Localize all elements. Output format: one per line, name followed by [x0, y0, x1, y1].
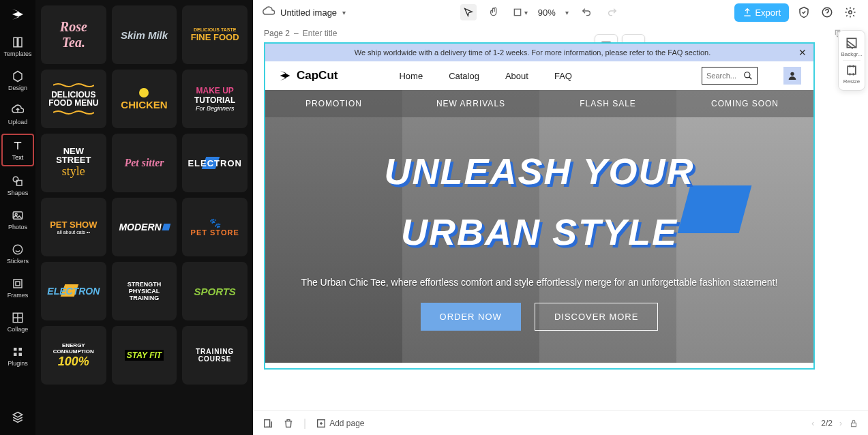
tab-coming-soon[interactable]: COMING SOON: [676, 90, 813, 117]
svg-point-26: [790, 72, 794, 76]
nav-label: Collage: [8, 326, 29, 333]
nav-stickers[interactable]: Stickers: [1, 239, 34, 269]
app-logo[interactable]: [8, 4, 28, 25]
hero-subtitle: The Urban Chic Tee, where effortless com…: [293, 277, 786, 288]
svg-rect-1: [18, 38, 22, 47]
page-title-input[interactable]: [303, 29, 357, 38]
help-icon[interactable]: [819, 4, 835, 20]
add-page-button[interactable]: Add page: [316, 418, 364, 429]
export-button[interactable]: Export: [734, 3, 789, 22]
nav-faq[interactable]: FAQ: [554, 71, 572, 81]
crop-tool[interactable]: ▾: [512, 4, 528, 20]
nav-photos[interactable]: Photos: [1, 205, 34, 235]
nav-text[interactable]: Text: [1, 134, 34, 166]
redo-button[interactable]: [604, 4, 620, 20]
chevron-down-icon[interactable]: ▾: [342, 9, 346, 16]
nav-upload[interactable]: Upload: [1, 100, 34, 130]
text-templates-panel: RoseTea.Skim MilkDELICIOUS TASTEFINE FOO…: [35, 0, 253, 435]
prev-page-button[interactable]: ‹: [811, 419, 814, 428]
nav-label: Templates: [3, 50, 31, 57]
text-template-tile[interactable]: Pet sitter: [112, 134, 177, 192]
nav-layers[interactable]: [1, 406, 34, 428]
nav-catalog[interactable]: Catalog: [449, 71, 479, 81]
svg-rect-29: [852, 423, 856, 426]
nav-templates[interactable]: Templates: [1, 31, 34, 61]
svg-point-25: [745, 72, 750, 78]
layers-icon: [11, 410, 25, 424]
document-title[interactable]: Untitled image: [280, 7, 337, 18]
zoom-level[interactable]: 90%: [538, 7, 556, 18]
svg-rect-12: [14, 353, 17, 357]
site-header: CapCut Home Catalog About FAQ: [265, 61, 813, 90]
svg-point-2: [13, 177, 18, 182]
text-template-tile[interactable]: SPORTS: [182, 262, 248, 320]
text-template-tile[interactable]: MAKE UPTUTORIALFor Beginners: [182, 70, 248, 128]
hand-tool[interactable]: [486, 4, 503, 20]
svg-rect-11: [19, 348, 23, 351]
tab-flash-sale[interactable]: FLASH SALE: [539, 90, 676, 117]
bottom-bar: | Add page ‹ 2/2 ›: [253, 410, 868, 435]
text-template-tile[interactable]: MODERN: [112, 198, 177, 256]
nav-label: Design: [8, 85, 27, 91]
nav-label: Plugins: [8, 360, 28, 367]
shield-icon[interactable]: [796, 4, 812, 20]
svg-rect-8: [16, 282, 20, 286]
stage: We ship worldwide with a delivery time o…: [253, 42, 868, 410]
design-icon: [11, 70, 25, 83]
text-template-grid: RoseTea.Skim MilkDELICIOUS TASTEFINE FOO…: [41, 5, 248, 385]
canvas-area: Untitled image ▾ ▾ 90% ▾ Export: [253, 0, 868, 435]
text-template-tile[interactable]: CHICKEN: [112, 70, 177, 128]
text-template-tile[interactable]: 🐾PET STORE: [182, 198, 248, 256]
text-template-tile[interactable]: STRENGTHPHYSICAL TRAINING: [112, 262, 177, 320]
nav-frames[interactable]: Frames: [1, 273, 34, 303]
text-template-tile[interactable]: DELICIOUS TASTEFINE FOOD: [182, 5, 248, 64]
text-template-tile[interactable]: PET SHOWall about cats ••: [41, 198, 106, 256]
text-template-tile[interactable]: RoseTea.: [41, 5, 106, 64]
photos-icon: [11, 209, 25, 222]
page-separator: –: [294, 29, 299, 38]
lock-icon[interactable]: [849, 419, 858, 428]
settings-icon[interactable]: [842, 4, 858, 20]
select-tool[interactable]: [460, 4, 477, 20]
discover-more-button[interactable]: DISCOVER MORE: [535, 303, 659, 331]
text-template-tile[interactable]: TRAINING COURSE: [182, 326, 248, 385]
pages-button[interactable]: [263, 418, 273, 429]
text-template-tile[interactable]: NEWSTREETstyle: [41, 134, 106, 192]
svg-rect-13: [19, 353, 23, 357]
delete-button[interactable]: [283, 418, 294, 429]
zoom-chevron-icon[interactable]: ▾: [565, 9, 569, 16]
design-board[interactable]: We ship worldwide with a delivery time o…: [264, 42, 815, 370]
text-template-tile[interactable]: Skim Milk: [112, 5, 177, 64]
nav-plugins[interactable]: Plugins: [1, 341, 34, 371]
undo-button[interactable]: [578, 4, 595, 20]
tab-new-arrivals[interactable]: NEW ARRIVALS: [402, 90, 539, 117]
svg-point-16: [849, 11, 852, 14]
add-page-label: Add page: [329, 419, 364, 428]
text-template-tile[interactable]: DELICIOUSFOOD MENU: [41, 70, 106, 128]
order-now-button[interactable]: ORDER NOW: [421, 303, 521, 331]
text-template-tile[interactable]: ENERGY CONSUMPTION100%: [41, 326, 106, 385]
hero-content: UNLEASH YOUR URBAN STYLE The Urban Chic …: [265, 131, 813, 331]
avatar[interactable]: [783, 67, 801, 85]
nav-label: Photos: [8, 224, 27, 230]
banner-text: We ship worldwide with a delivery time o…: [355, 48, 711, 57]
search-input[interactable]: [706, 72, 739, 80]
next-page-button[interactable]: ›: [839, 419, 842, 428]
brand-name: CapCut: [297, 69, 338, 82]
text-template-tile[interactable]: STAY FIT: [112, 326, 177, 385]
nav-label: Upload: [8, 119, 28, 125]
nav-design[interactable]: Design: [1, 65, 34, 95]
search-box[interactable]: [702, 67, 758, 85]
text-icon: [11, 139, 25, 153]
tab-promotion[interactable]: PROMOTION: [265, 90, 402, 117]
nav-about[interactable]: About: [505, 71, 528, 81]
templates-icon: [11, 35, 25, 49]
text-template-tile[interactable]: ELECTRON: [41, 262, 106, 320]
export-label: Export: [755, 7, 781, 18]
close-icon[interactable]: ✕: [798, 47, 807, 58]
nav-shapes[interactable]: Shapes: [1, 170, 34, 200]
hero-title-line1: UNLEASH YOUR: [293, 151, 786, 192]
nav-home[interactable]: Home: [399, 71, 423, 81]
text-template-tile[interactable]: ELECTRON: [182, 134, 248, 192]
nav-collage[interactable]: Collage: [1, 307, 34, 337]
